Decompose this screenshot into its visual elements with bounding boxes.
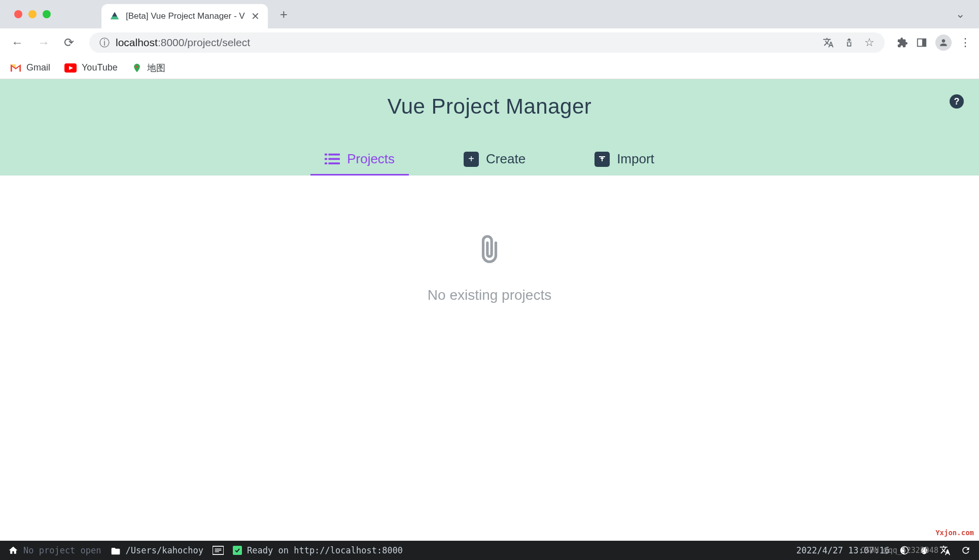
tab-create[interactable]: + Create — [449, 144, 540, 176]
maps-icon — [132, 62, 142, 74]
gmail-icon — [10, 63, 21, 73]
reload-button[interactable]: ⟳ — [61, 32, 77, 53]
tab-label: Import — [617, 151, 654, 167]
forward-button[interactable]: → — [34, 32, 53, 53]
folder-icon — [111, 546, 121, 555]
home-icon — [8, 545, 18, 555]
window-minimize-button[interactable] — [28, 10, 37, 18]
list-icon — [325, 152, 340, 167]
bookmark-maps[interactable]: 地图 — [132, 62, 165, 74]
translate-status-icon[interactable] — [939, 545, 951, 556]
browser-chrome: [Beta] Vue Project Manager - V ✕ + ⌄ ← →… — [0, 0, 979, 79]
empty-state-text: No existing projects — [428, 287, 551, 303]
svg-rect-5 — [329, 153, 340, 155]
tab-projects[interactable]: Projects — [310, 144, 409, 176]
person-icon — [938, 38, 949, 48]
window-maximize-button[interactable] — [43, 10, 51, 18]
close-icon[interactable]: ✕ — [251, 10, 260, 22]
more-menu-icon[interactable]: ⋮ — [960, 36, 971, 49]
upload-icon — [595, 152, 610, 167]
svg-rect-6 — [325, 158, 327, 160]
tab-dropdown-button[interactable]: ⌄ — [956, 8, 965, 21]
svg-rect-8 — [325, 162, 327, 164]
status-ready[interactable]: Ready on http://localhost:8000 — [233, 545, 403, 555]
tab-bar: [Beta] Vue Project Manager - V ✕ + ⌄ — [0, 0, 979, 28]
traffic-lights — [14, 10, 51, 18]
translate-icon[interactable] — [823, 37, 834, 48]
app-header: Vue Project Manager ? Projects + Create … — [0, 79, 979, 176]
svg-rect-9 — [329, 162, 340, 164]
log-icon — [213, 546, 224, 555]
plus-icon: + — [464, 152, 479, 167]
profile-avatar[interactable] — [935, 34, 952, 51]
tabs: Projects + Create Import — [0, 144, 979, 176]
browser-toolbar: ← → ⟳ ⓘ localhost:8000/project/select ☆ … — [0, 28, 979, 57]
window-close-button[interactable] — [14, 10, 22, 18]
share-icon[interactable] — [844, 37, 854, 48]
browser-tab[interactable]: [Beta] Vue Project Manager - V ✕ — [101, 4, 268, 28]
bookmark-gmail[interactable]: Gmail — [10, 62, 50, 73]
tab-import[interactable]: Import — [580, 144, 669, 176]
svg-rect-1 — [922, 39, 926, 47]
tab-title: [Beta] Vue Project Manager - V — [126, 11, 245, 21]
help-icon[interactable]: ? — [950, 94, 964, 109]
youtube-icon — [64, 63, 77, 73]
csdn-watermark: CSDN @qq_52322048 — [860, 546, 938, 555]
side-panel-icon[interactable] — [916, 37, 927, 48]
back-button[interactable]: ← — [8, 32, 26, 53]
page-title: Vue Project Manager — [0, 94, 979, 119]
tab-label: Create — [486, 151, 526, 167]
status-path[interactable]: /Users/kahochoy — [111, 545, 204, 555]
bookmarks-bar: Gmail YouTube 地图 — [0, 57, 979, 79]
bookmark-star-icon[interactable]: ☆ — [864, 36, 875, 49]
ready-icon — [233, 546, 242, 555]
url-bar[interactable]: ⓘ localhost:8000/project/select ☆ — [89, 32, 885, 53]
new-tab-button[interactable]: + — [280, 7, 288, 22]
svg-rect-4 — [325, 153, 327, 155]
refresh-icon[interactable] — [961, 545, 971, 555]
svg-rect-7 — [329, 158, 340, 160]
main-content: No existing projects — [0, 176, 979, 490]
extensions-icon[interactable] — [897, 37, 908, 48]
svg-rect-14 — [233, 546, 242, 555]
status-home[interactable]: No project open — [8, 545, 101, 555]
bookmark-youtube[interactable]: YouTube — [64, 62, 118, 73]
watermark: Yxjon.com — [935, 529, 974, 537]
paperclip-icon — [477, 231, 502, 267]
tab-label: Projects — [347, 151, 395, 167]
status-bar: Yxjon.com No project open /Users/kahocho… — [0, 541, 979, 560]
url-text: localhost:8000/project/select — [116, 37, 250, 49]
svg-point-3 — [136, 65, 138, 67]
site-info-icon[interactable]: ⓘ — [99, 36, 110, 50]
vue-logo-icon — [110, 11, 120, 21]
status-log[interactable] — [213, 546, 224, 555]
